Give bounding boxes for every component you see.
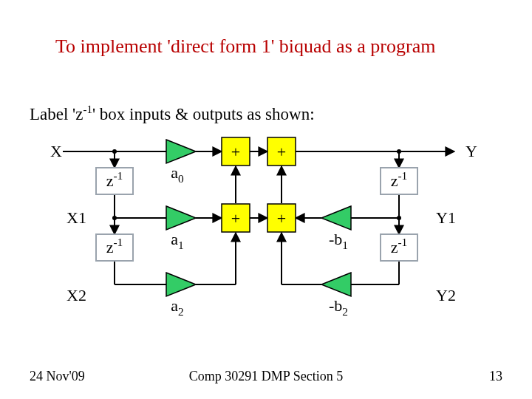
- slide-title: To implement 'direct form 1' biquad as a…: [55, 35, 510, 58]
- label-x2: X2: [66, 286, 86, 304]
- label-y1: Y1: [436, 208, 456, 227]
- footer-course: Comp 30291 DMP Section 5: [0, 369, 532, 384]
- coeff-b2-label: -b2: [329, 296, 348, 318]
- coeff-a1-label: a1: [171, 230, 183, 251]
- gain-b2: [321, 273, 351, 296]
- coeff-a2-label: a2: [171, 296, 183, 318]
- svg-text:+: +: [277, 143, 286, 161]
- gain-a1: [166, 206, 196, 230]
- delay-label-base: z: [106, 171, 114, 190]
- biquad-diagram: z-1 z-1 z-1 z-1 + + + + a0 a1 a2 -b1 -b2…: [30, 129, 502, 358]
- gain-a2: [166, 273, 196, 296]
- svg-point-25: [397, 216, 401, 220]
- coeff-a0-label: a0: [171, 163, 184, 185]
- coeff-b1-label: -b1: [329, 230, 348, 251]
- svg-text:+: +: [231, 143, 240, 161]
- slide-subtitle: Label 'z-1' box inputs & outputs as show…: [30, 103, 315, 124]
- footer-page: 13: [489, 369, 502, 384]
- gain-a0: [166, 140, 196, 163]
- svg-point-20: [112, 216, 117, 220]
- label-x1: X1: [66, 208, 86, 227]
- delay-label-exp: -1: [113, 169, 123, 182]
- gain-b1: [321, 206, 351, 230]
- label-x: X: [50, 142, 62, 160]
- label-y2: Y2: [436, 286, 456, 304]
- svg-text:+: +: [277, 209, 286, 228]
- label-y: Y: [466, 142, 477, 160]
- svg-text:+: +: [231, 209, 240, 228]
